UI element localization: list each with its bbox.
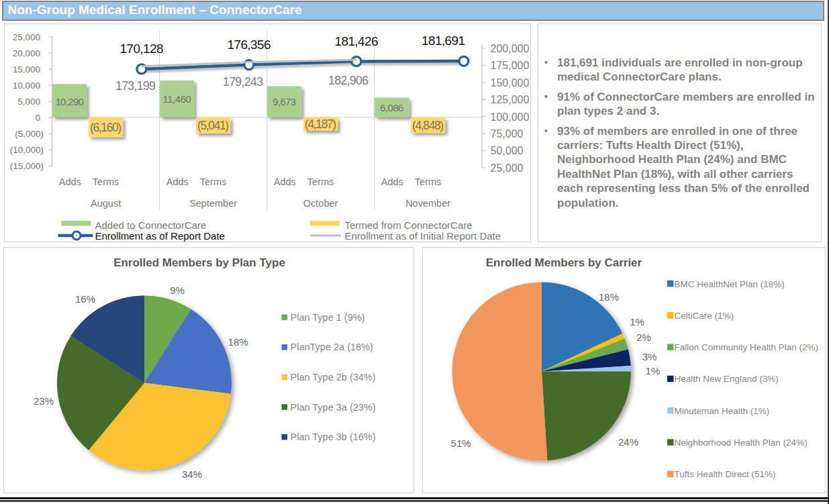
svg-text:Enrolled Members by Plan Type: Enrolled Members by Plan Type xyxy=(113,256,285,269)
svg-text:18%: 18% xyxy=(599,291,619,303)
svg-text:170,128: 170,128 xyxy=(120,42,164,56)
svg-text:Added to ConnectorCare: Added to ConnectorCare xyxy=(95,219,207,231)
svg-text:176,356: 176,356 xyxy=(228,38,271,52)
svg-text:1%: 1% xyxy=(630,316,644,327)
svg-text:24%: 24% xyxy=(618,436,638,448)
svg-text:51%: 51% xyxy=(451,438,471,449)
svg-text:Adds: Adds xyxy=(166,177,189,187)
svg-text:(5,000): (5,000) xyxy=(15,129,44,139)
svg-text:75,000: 75,000 xyxy=(491,128,524,140)
svg-text:6,086: 6,086 xyxy=(380,102,403,113)
svg-text:(4,848): (4,848) xyxy=(412,119,444,132)
svg-text:125,000: 125,000 xyxy=(491,94,530,105)
svg-text:175,000: 175,000 xyxy=(491,60,530,71)
svg-text:5,000: 5,000 xyxy=(17,97,40,107)
svg-text:Fallon Community Health Plan (: Fallon Community Health Plan (2%) xyxy=(675,342,819,352)
svg-text:11,460: 11,460 xyxy=(162,93,191,105)
svg-text:15,000: 15,000 xyxy=(13,64,40,74)
svg-text:25,000: 25,000 xyxy=(13,32,40,42)
svg-text:(15,000): (15,000) xyxy=(10,161,44,171)
svg-text:0: 0 xyxy=(35,113,40,123)
svg-text:Adds: Adds xyxy=(274,177,296,187)
svg-text:Plan Type 3b (16%): Plan Type 3b (16%) xyxy=(291,432,376,442)
svg-text:18%: 18% xyxy=(228,336,248,348)
svg-text:3%: 3% xyxy=(642,351,657,362)
svg-text:CeltiCare (1%): CeltiCare (1%) xyxy=(675,311,734,321)
svg-text:100,000: 100,000 xyxy=(491,111,530,123)
svg-text:August: August xyxy=(91,198,121,209)
svg-text:(5,041): (5,041) xyxy=(197,119,229,132)
svg-text:Adds: Adds xyxy=(59,177,81,187)
svg-text:9%: 9% xyxy=(170,285,185,296)
svg-text:2%: 2% xyxy=(636,332,651,343)
svg-text:Minuteman Health (1%): Minuteman Health (1%) xyxy=(675,406,770,416)
svg-text:Adds: Adds xyxy=(381,177,403,187)
svg-text:BMC HealthNet Plan (18%): BMC HealthNet Plan (18%) xyxy=(675,279,785,289)
svg-text:Neighborhood Health Plan (24%): Neighborhood Health Plan (24%) xyxy=(675,438,808,448)
svg-text:16%: 16% xyxy=(75,293,95,305)
svg-text:200,000: 200,000 xyxy=(491,43,530,54)
svg-text:Tufts Health Direct (51%): Tufts Health Direct (51%) xyxy=(675,469,776,479)
svg-text:Plan Type 2b (34%): Plan Type 2b (34%) xyxy=(291,372,376,383)
svg-text:181,691: 181,691 xyxy=(422,34,465,48)
svg-text:34%: 34% xyxy=(182,468,202,480)
svg-text:Enrollment as of Initial Repor: Enrollment as of Initial Report Date xyxy=(345,230,501,242)
svg-text:(6,160): (6,160) xyxy=(90,121,121,134)
svg-text:Terms: Terms xyxy=(93,177,119,187)
svg-text:9,673: 9,673 xyxy=(273,96,296,107)
svg-text:179,243: 179,243 xyxy=(223,75,263,89)
svg-text:25,000: 25,000 xyxy=(491,162,524,174)
svg-text:Plan Type 1 (9%): Plan Type 1 (9%) xyxy=(291,312,365,323)
svg-text:October: October xyxy=(303,198,338,209)
svg-text:182,906: 182,906 xyxy=(328,74,369,87)
svg-text:September: September xyxy=(189,198,237,209)
svg-text:Enrolled Members by Carrier: Enrolled Members by Carrier xyxy=(486,256,642,269)
svg-text:23%: 23% xyxy=(34,395,54,407)
svg-text:Terms: Terms xyxy=(415,177,441,187)
svg-text:Terms: Terms xyxy=(200,177,226,187)
svg-text:10,000: 10,000 xyxy=(13,81,40,91)
svg-text:(4,187): (4,187) xyxy=(305,117,336,131)
svg-text:20,000: 20,000 xyxy=(13,48,40,58)
svg-text:Health New England (3%): Health New England (3%) xyxy=(675,374,779,384)
svg-text:PlanType 2a (18%): PlanType 2a (18%) xyxy=(291,342,373,352)
svg-text:Termed from ConnectorCare: Termed from ConnectorCare xyxy=(345,219,473,231)
svg-text:Terms: Terms xyxy=(307,177,334,187)
svg-text:181,426: 181,426 xyxy=(335,34,379,48)
svg-text:150,000: 150,000 xyxy=(491,77,530,89)
svg-text:November: November xyxy=(405,198,450,209)
svg-text:50,000: 50,000 xyxy=(491,145,524,156)
svg-text:1%: 1% xyxy=(646,365,661,376)
svg-text:173,199: 173,199 xyxy=(115,79,156,93)
svg-text:Enrollment as of Report Date: Enrollment as of Report Date xyxy=(95,230,225,242)
svg-text:(10,000): (10,000) xyxy=(10,145,44,155)
svg-text:10,290: 10,290 xyxy=(55,96,84,107)
svg-text:Plan Type 3a (23%): Plan Type 3a (23%) xyxy=(291,402,376,413)
